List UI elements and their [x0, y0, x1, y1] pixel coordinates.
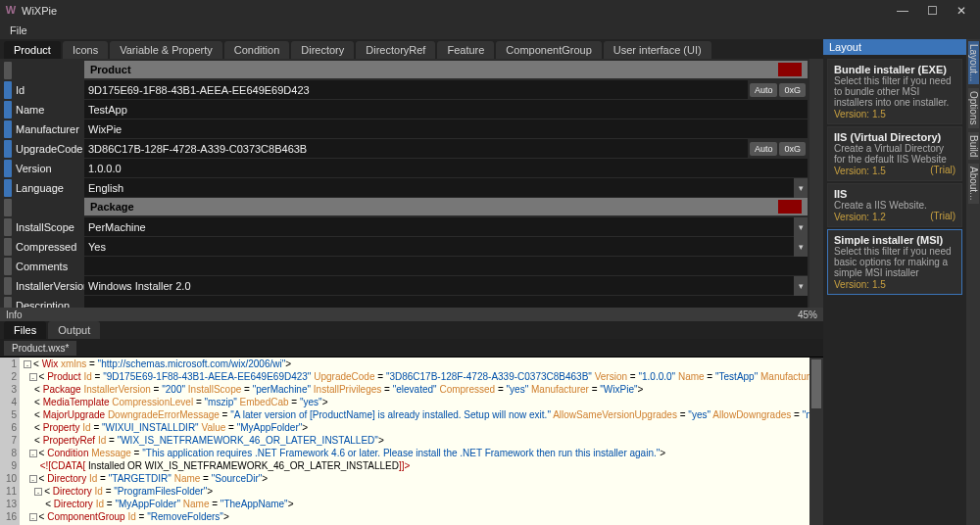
row-handle[interactable] — [4, 120, 12, 138]
prop-value-id[interactable]: 9D175E69-1F88-43B1-AEEA-EE649E69D423 — [84, 80, 748, 100]
status-marker — [778, 63, 802, 76]
menu-bar: File — [0, 22, 980, 39]
prop-name-installscope: InstallScope — [14, 217, 84, 237]
tab-condition[interactable]: Condition — [224, 41, 289, 59]
row-handle[interactable] — [4, 160, 12, 177]
menu-file[interactable]: File — [4, 24, 33, 36]
property-grid: Product Id 9D175E69-1F88-43B1-AEEA-EE649… — [0, 59, 809, 308]
tab-feature[interactable]: Feature — [437, 41, 494, 59]
status-marker — [778, 200, 802, 214]
row-handle[interactable] — [4, 238, 12, 256]
prop-value-compressed[interactable]: Yes — [84, 237, 794, 257]
app-icon: W — [4, 4, 18, 18]
auto-button[interactable]: Auto — [750, 83, 778, 97]
scrollbar[interactable] — [809, 358, 823, 525]
dropdown-icon[interactable]: ▾ — [794, 178, 808, 198]
prop-name-name: Name — [14, 100, 84, 119]
main-tabstrip: Product Icons Variable & Property Condit… — [0, 39, 823, 59]
row-handle[interactable] — [4, 81, 12, 99]
rail-layout[interactable]: Layout... — [968, 41, 979, 84]
row-handle[interactable] — [4, 140, 12, 158]
prop-value-name[interactable]: TestApp — [84, 100, 808, 119]
row-handle[interactable] — [4, 297, 12, 308]
layout-card-simple-msi[interactable]: Simple installer (MSI) Select this filte… — [827, 229, 962, 295]
gen-button[interactable]: 0xG — [779, 83, 806, 97]
dropdown-icon[interactable]: ▾ — [794, 276, 808, 296]
info-bar: Info 45% — [0, 308, 823, 321]
tab-componentgroup[interactable]: ComponentGroup — [496, 41, 601, 59]
close-button[interactable]: ✕ — [947, 0, 976, 22]
prop-name-upgradecode: UpgradeCode — [14, 139, 84, 159]
editor-gutter: 12345678910111316 — [0, 358, 20, 525]
xml-editor[interactable]: 12345678910111316 -< Wix xmlns = "http:/… — [0, 357, 823, 525]
bottom-tab-output[interactable]: Output — [48, 321, 100, 339]
tab-product[interactable]: Product — [4, 41, 61, 59]
prop-value-installerversion[interactable]: Windows Installer 2.0 — [84, 276, 794, 296]
maximize-button[interactable]: ☐ — [917, 0, 947, 22]
prop-value-language[interactable]: English — [84, 178, 794, 198]
scrollbar[interactable] — [809, 59, 823, 308]
prop-name-comments: Comments — [14, 257, 84, 276]
dropdown-icon[interactable]: ▾ — [794, 217, 808, 237]
prop-value-installscope[interactable]: PerMachine — [84, 217, 794, 237]
prop-value-description[interactable] — [84, 296, 808, 308]
tab-directory[interactable]: Directory — [291, 41, 354, 59]
section-package: Package — [84, 198, 808, 215]
prop-name-id: Id — [14, 80, 84, 100]
prop-name-compressed: Compressed — [14, 237, 84, 257]
auto-button[interactable]: Auto — [750, 142, 778, 156]
title-bar: W WiXPie — ☐ ✕ — [0, 0, 980, 22]
bottom-tabstrip: Files Output — [0, 321, 823, 339]
rail-options[interactable]: Options — [968, 88, 979, 127]
gen-button[interactable]: 0xG — [779, 142, 806, 156]
prop-value-comments[interactable] — [84, 257, 808, 276]
tab-icons[interactable]: Icons — [63, 41, 108, 59]
tab-variable-property[interactable]: Variable & Property — [110, 41, 222, 59]
editor-content[interactable]: -< Wix xmlns = "http://schemas.microsoft… — [20, 358, 823, 525]
tab-user-interface[interactable]: User interface (UI) — [604, 41, 711, 59]
prop-name-manufacturer: Manufacturer — [14, 119, 84, 139]
prop-value-manufacturer[interactable]: WixPie — [84, 119, 808, 139]
bottom-tab-files[interactable]: Files — [4, 321, 46, 339]
layout-card-iis[interactable]: IIS Create a IIS Website. Version: 1.2(T… — [827, 183, 962, 227]
right-side-rail: Layout... Options Build About... — [966, 39, 980, 525]
right-panel: Layout Bundle installer (EXE) Select thi… — [823, 39, 966, 525]
row-handle[interactable] — [4, 101, 12, 119]
file-tab-productwxs[interactable]: Product.wxs* — [4, 341, 76, 356]
file-tab-bar: Product.wxs* — [0, 339, 823, 357]
info-percent: 45% — [798, 310, 817, 320]
prop-name-installerversion: InstallerVersion — [14, 276, 84, 296]
layout-card-iis-vdir[interactable]: IIS (Virtual Directory) Create a Virtual… — [827, 126, 962, 181]
prop-name-version: Version — [14, 159, 84, 178]
prop-value-upgradecode[interactable]: 3D86C17B-128F-4728-A339-C0373C8B463B — [84, 139, 748, 159]
rail-build[interactable]: Build — [968, 132, 979, 160]
prop-name-language: Language — [14, 178, 84, 198]
prop-name-description: Description — [14, 296, 84, 308]
info-label: Info — [6, 310, 23, 320]
section-product: Product — [84, 61, 808, 78]
row-handle[interactable] — [4, 277, 12, 295]
minimize-button[interactable]: — — [888, 0, 917, 22]
row-handle[interactable] — [4, 218, 12, 236]
prop-value-version[interactable]: 1.0.0.0 — [84, 159, 808, 178]
window-title: WiXPie — [22, 5, 888, 17]
layout-card-bundle-exe[interactable]: Bundle installer (EXE) Select this filte… — [827, 59, 962, 124]
tab-directoryref[interactable]: DirectoryRef — [356, 41, 435, 59]
row-handle[interactable] — [4, 179, 12, 197]
right-panel-header: Layout — [823, 39, 966, 55]
rail-about[interactable]: About... — [968, 164, 979, 203]
row-handle[interactable] — [4, 258, 12, 275]
dropdown-icon[interactable]: ▾ — [794, 237, 808, 257]
